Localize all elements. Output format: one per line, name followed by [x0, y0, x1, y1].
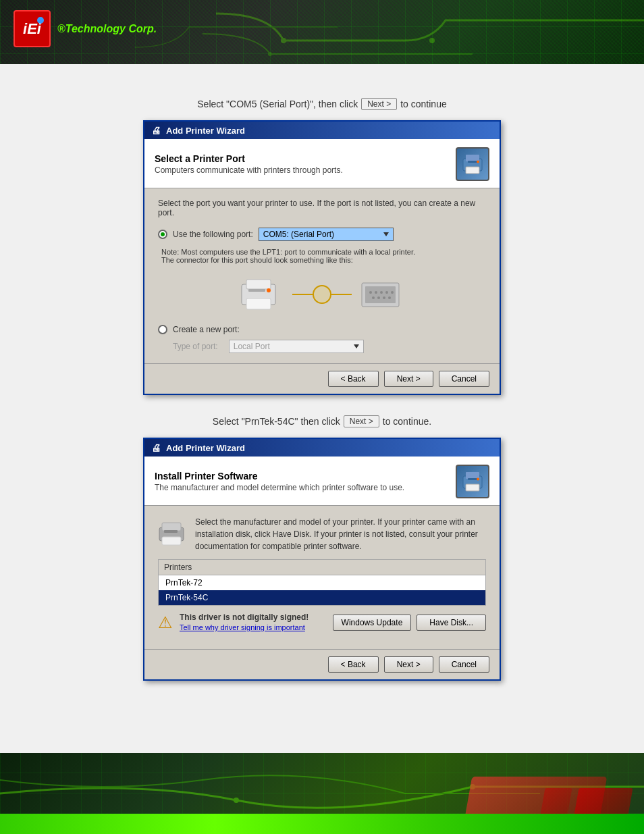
radio-use-port-btn[interactable] [158, 230, 167, 239]
create-port-dropdown[interactable]: Local Port [229, 340, 364, 353]
wizard-1-section-subtitle: Computers communicate with printers thro… [155, 165, 343, 175]
wizard-2-next-button[interactable]: Next > [384, 656, 433, 673]
radio-use-port-option[interactable]: Use the following port: COM5: (Serial Po… [158, 228, 486, 241]
wizard-2-title: Add Printer Wizard [166, 443, 245, 453]
svg-rect-14 [365, 286, 396, 303]
wizard-2-section-icon [456, 465, 489, 498]
svg-rect-9 [246, 280, 271, 289]
svg-point-17 [380, 291, 383, 294]
svg-rect-31 [162, 537, 181, 545]
wizard-1-window: 🖨 Add Printer Wizard Select a Printer Po… [143, 120, 501, 395]
wire-left [292, 294, 313, 295]
svg-point-18 [385, 291, 388, 294]
instruction-2-suffix: to continue. [383, 416, 431, 427]
printer-item-2[interactable]: PrnTek-54C [159, 590, 485, 605]
svg-rect-10 [246, 298, 271, 309]
wizard-2-content: Select the manufacturer and model of you… [144, 506, 500, 649]
warning-section: ⚠ This driver is not digitally signed! T… [158, 613, 486, 632]
warning-content: This driver is not digitally signed! Tel… [180, 613, 308, 632]
connector-circle [313, 285, 331, 304]
svg-point-20 [372, 296, 375, 299]
header: iEi ®Technology Corp. [0, 0, 644, 64]
printer-icon-2 [460, 469, 485, 494]
wizard-2-section-text: Install Printer Software The manufacture… [155, 471, 404, 492]
radio-create-port-label: Create a new port: [173, 325, 240, 334]
wizard-1-next-button[interactable]: Next > [384, 371, 433, 387]
port-description: Select the port you want your printer to… [158, 199, 486, 217]
footer [0, 753, 644, 834]
svg-point-12 [267, 288, 271, 292]
radio-create-port-btn[interactable] [158, 325, 167, 334]
wizard-1-content: Select the port you want your printer to… [144, 188, 500, 363]
windows-update-button[interactable]: Windows Update [333, 615, 412, 631]
svg-point-19 [391, 291, 394, 294]
wizard-2-back-button[interactable]: < Back [328, 656, 379, 673]
create-port-dropdown-arrow [354, 344, 359, 348]
diagram-printer-icon [238, 274, 286, 315]
instruction-1-next-button-inline: Next > [361, 98, 397, 110]
wizard-titlebar-icon: 🖨 [151, 125, 161, 136]
svg-rect-5 [466, 167, 479, 174]
connector-wire [292, 285, 352, 304]
wizard-1-buttons: < Back Next > Cancel [144, 363, 500, 394]
svg-point-21 [377, 296, 380, 299]
connector-diagram [158, 274, 486, 315]
footer-green-strip [0, 814, 644, 834]
wizard-2-section-title: Install Printer Software [155, 471, 404, 481]
wizard-1-body: Select a Printer Port Computers communic… [144, 139, 500, 394]
instruction-1-prefix: Select "COM5 (Serial Port)", then click [197, 99, 358, 109]
printers-list-header: Printers [159, 560, 485, 575]
instruction-2: Select "PrnTek-54C" then click Next > to… [41, 415, 603, 427]
footer-red-accent-2 [540, 788, 572, 815]
instruction-1: Select "COM5 (Serial Port)", then click … [41, 98, 603, 110]
warning-link[interactable]: Tell me why driver signing is important [180, 623, 305, 631]
warning-icon: ⚠ [158, 613, 173, 632]
radio-create-port-option[interactable]: Create a new port: [158, 325, 486, 334]
wizard-2-body: Install Printer Software The manufacture… [144, 457, 500, 679]
svg-point-1 [429, 38, 435, 43]
wizard-2-titlebar: 🖨 Add Printer Wizard [144, 439, 500, 457]
wizard-1-section-text: Select a Printer Port Computers communic… [155, 153, 343, 175]
svg-rect-30 [162, 523, 181, 531]
svg-rect-4 [466, 155, 479, 161]
svg-point-0 [281, 38, 286, 43]
wizard-1-title: Add Printer Wizard [166, 126, 245, 136]
create-port-dropdown-value: Local Port [234, 342, 270, 351]
wizard-2-titlebar-icon: 🖨 [151, 442, 161, 453]
warning-buttons: Windows Update Have Disk... [333, 615, 486, 631]
main-content: Select "COM5 (Serial Port)", then click … [0, 64, 644, 766]
info-printer-icon [158, 519, 185, 551]
wizard-1-titlebar: 🖨 Add Printer Wizard [144, 122, 500, 139]
info-text: Select the manufacturer and model of you… [195, 516, 486, 552]
wire-right [331, 294, 352, 295]
svg-point-23 [388, 296, 391, 299]
svg-point-16 [375, 291, 377, 294]
printer-item-1[interactable]: PrnTek-72 [159, 575, 485, 590]
printer-icon-1 [460, 152, 485, 176]
instruction-2-prefix: Select "PrnTek-54C" then click [213, 416, 340, 427]
svg-point-7 [477, 161, 479, 163]
svg-rect-32 [164, 530, 178, 533]
create-port-row: Type of port: Local Port [173, 340, 486, 353]
wizard-1-cancel-button[interactable]: Cancel [439, 371, 489, 387]
port-dropdown-value: COM5: (Serial Port) [263, 230, 334, 239]
instruction-1-suffix: to continue [400, 99, 447, 109]
wizard-2-section-subtitle: The manufacturer and model determine whi… [155, 483, 404, 492]
wizard-1-back-button[interactable]: < Back [328, 371, 379, 387]
port-note-line1: Note: Most computers use the LPT1: port … [161, 248, 415, 256]
info-printer-svg [158, 519, 185, 546]
wizard-1-section-title: Select a Printer Port [155, 153, 343, 164]
wizard-2-section-header: Install Printer Software The manufacture… [144, 457, 500, 506]
svg-point-22 [383, 296, 385, 299]
wizard-2-cancel-button[interactable]: Cancel [439, 656, 489, 673]
radio-use-port-label: Use the following port: [173, 230, 253, 239]
diagram-port-icon [358, 276, 406, 313]
have-disk-button[interactable]: Have Disk... [417, 615, 486, 631]
printers-list: Printers PrnTek-72 PrnTek-54C [158, 559, 486, 606]
info-section: Select the manufacturer and model of you… [158, 516, 486, 552]
svg-point-28 [477, 478, 479, 481]
header-svg-decoration [0, 0, 644, 64]
wizard-2-window: 🖨 Add Printer Wizard Install Printer Sof… [143, 438, 501, 681]
wizard-1-section-icon [456, 147, 489, 181]
port-dropdown[interactable]: COM5: (Serial Port) [259, 228, 394, 241]
